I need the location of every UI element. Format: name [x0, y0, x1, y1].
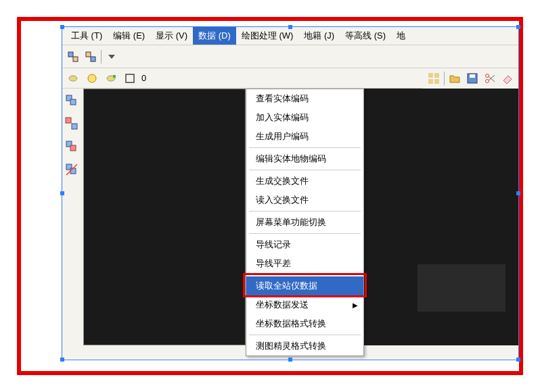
menu-contour[interactable]: 等高线 (S)	[340, 27, 391, 45]
side-icon-2[interactable]	[65, 117, 80, 132]
svg-rect-12	[434, 79, 439, 84]
toolbar-icon-1[interactable]	[66, 49, 81, 64]
app-window: 工具 (T) 编辑 (E) 显示 (V) 数据 (D) 绘图处理 (W) 地籍 …	[62, 26, 519, 371]
grid-icon[interactable]	[426, 71, 441, 86]
svg-rect-20	[70, 99, 76, 105]
svg-rect-22	[72, 124, 77, 129]
menu-data[interactable]: 数据 (D)	[193, 27, 236, 45]
menu-separator	[249, 170, 361, 170]
svg-rect-24	[70, 145, 76, 151]
data-menu-dropdown: 查看实体编码加入实体编码生成用户编码编辑实体地物编码生成交换文件读入交换文件屏幕…	[246, 89, 364, 356]
menu-more[interactable]: 地	[391, 27, 411, 45]
toolbar-right	[422, 68, 519, 89]
menu-item[interactable]: 编辑实体地物编码	[246, 149, 363, 168]
preview-panel	[418, 264, 505, 312]
svg-rect-2	[86, 52, 91, 57]
menu-item[interactable]: 读取全站仪数据	[246, 276, 363, 295]
menu-draw[interactable]: 绘图处理 (W)	[236, 27, 299, 45]
svg-rect-14	[470, 74, 475, 78]
folder-icon[interactable]	[447, 71, 462, 86]
menu-edit[interactable]: 编辑 (E)	[108, 27, 150, 45]
count-label: 0	[141, 73, 146, 83]
save-icon[interactable]	[465, 71, 480, 86]
svg-rect-0	[68, 52, 73, 57]
side-icon-4[interactable]	[65, 163, 80, 178]
side-icon-3[interactable]	[65, 140, 80, 155]
menu-item[interactable]: 生成用户编码	[246, 127, 363, 146]
menu-tools[interactable]: 工具 (T)	[66, 27, 108, 45]
side-toolbar	[62, 89, 83, 178]
content-area: 查看实体编码加入实体编码生成用户编码编辑实体地物编码生成交换文件读入交换文件屏幕…	[62, 89, 519, 359]
viewport-left[interactable]	[83, 89, 246, 345]
svg-rect-3	[91, 57, 95, 62]
menu-item[interactable]: 加入实体编码	[246, 108, 363, 127]
menu-item[interactable]: 屏幕菜单功能切换	[246, 213, 363, 232]
menu-view[interactable]: 显示 (V)	[150, 27, 193, 45]
menu-cadastre[interactable]: 地籍 (J)	[298, 27, 340, 45]
svg-rect-10	[434, 73, 439, 78]
shape-icon-1[interactable]	[66, 71, 81, 86]
svg-rect-21	[66, 118, 71, 123]
outer-red-frame: 工具 (T) 编辑 (E) 显示 (V) 数据 (D) 绘图处理 (W) 地籍 …	[17, 17, 523, 375]
svg-point-4	[69, 76, 77, 81]
menubar: 工具 (T) 编辑 (E) 显示 (V) 数据 (D) 绘图处理 (W) 地籍 …	[62, 26, 519, 45]
toolbar-separator	[101, 50, 102, 64]
svg-rect-7	[113, 75, 116, 78]
menu-separator	[249, 211, 361, 212]
svg-rect-8	[126, 74, 134, 82]
menu-item[interactable]: 导线平差	[246, 254, 363, 273]
svg-point-15	[486, 74, 489, 78]
scissors-icon[interactable]	[482, 71, 497, 86]
menu-separator	[249, 335, 361, 335]
svg-rect-9	[428, 73, 433, 78]
dropdown-arrow-icon[interactable]	[104, 49, 119, 64]
eraser-icon[interactable]	[500, 71, 515, 86]
circle-icon[interactable]	[85, 71, 99, 86]
svg-point-5	[88, 74, 96, 82]
menu-separator	[249, 274, 361, 275]
viewport-right[interactable]	[354, 89, 519, 345]
menu-item[interactable]: 生成交换文件	[246, 172, 363, 191]
svg-line-17	[489, 76, 495, 82]
menu-item[interactable]: 导线记录	[246, 235, 363, 254]
menu-item[interactable]: 读入交换文件	[246, 191, 363, 210]
svg-rect-1	[73, 57, 78, 62]
menu-separator	[249, 147, 361, 148]
svg-point-16	[486, 80, 489, 83]
shape-icon-2[interactable]	[104, 71, 118, 86]
svg-rect-26	[70, 168, 76, 174]
submenu-arrow-icon: ▶	[353, 301, 358, 309]
toolbar-primary	[62, 45, 519, 68]
svg-rect-11	[428, 79, 433, 84]
menu-item[interactable]: 坐标数据发送▶	[246, 295, 363, 314]
menu-item[interactable]: 坐标数据格式转换	[246, 314, 363, 333]
menu-item[interactable]: 测图精灵格式转换	[246, 337, 363, 356]
svg-line-18	[489, 75, 495, 80]
separator	[444, 72, 445, 85]
square-icon[interactable]	[122, 71, 137, 86]
menu-separator	[249, 233, 361, 234]
menu-item[interactable]: 查看实体编码	[246, 89, 363, 108]
toolbar-icon-2[interactable]	[83, 49, 98, 64]
side-icon-1[interactable]	[65, 94, 80, 109]
